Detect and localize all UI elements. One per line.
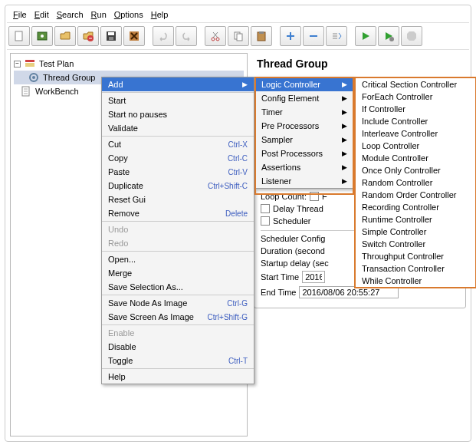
- ctx-toggle[interactable]: ToggleCtrl-T: [102, 354, 254, 367]
- ctx-merge[interactable]: Merge: [102, 266, 254, 280]
- loop-forever-checkbox[interactable]: [310, 192, 319, 201]
- svg-point-14: [389, 37, 394, 41]
- ctrl-include-controller[interactable]: Include Controller: [356, 115, 475, 127]
- templates-button[interactable]: [31, 26, 53, 46]
- ctrl-random-order-controller[interactable]: Random Order Controller: [356, 189, 475, 201]
- add-submenu: Logic Controller▶Config Element▶Timer▶Pr…: [254, 77, 354, 189]
- ctx-remove[interactable]: RemoveDelete: [102, 206, 254, 220]
- ctx-help[interactable]: Help: [102, 370, 254, 384]
- sub-config-element[interactable]: Config Element▶: [255, 91, 353, 105]
- collapse-icon[interactable]: −: [14, 61, 21, 68]
- svg-rect-0: [15, 31, 22, 41]
- menu-help[interactable]: Help: [148, 8, 172, 21]
- svg-point-9: [216, 38, 219, 41]
- ctrl-if-controller[interactable]: If Controller: [356, 103, 475, 115]
- svg-rect-16: [25, 63, 34, 67]
- sub-listener[interactable]: Listener▶: [255, 174, 353, 188]
- expand-button[interactable]: [280, 26, 301, 46]
- ctrl-switch-controller[interactable]: Switch Controller: [356, 238, 475, 250]
- ctrl-critical-section-controller[interactable]: Critical Section Controller: [356, 78, 475, 91]
- new-button[interactable]: [8, 26, 30, 46]
- copy-button[interactable]: [228, 26, 249, 46]
- gear-icon: [28, 71, 40, 84]
- collapse-button[interactable]: [303, 26, 324, 46]
- svg-rect-6: [109, 37, 113, 40]
- paste-button[interactable]: [251, 26, 272, 46]
- sub-assertions[interactable]: Assertions▶: [255, 160, 353, 174]
- toggle-button[interactable]: [326, 26, 347, 46]
- ctx-undo: Undo: [102, 222, 254, 236]
- scheduler-label: Scheduler: [273, 216, 311, 226]
- ctx-duplicate[interactable]: DuplicateCtrl+Shift-C: [102, 179, 254, 193]
- menu-options[interactable]: Options: [111, 8, 146, 21]
- ctrl-loop-controller[interactable]: Loop Controller: [356, 140, 475, 152]
- sub-sampler[interactable]: Sampler▶: [255, 133, 353, 147]
- ctrl-transaction-controller[interactable]: Transaction Controller: [356, 262, 475, 275]
- ctrl-runtime-controller[interactable]: Runtime Controller: [356, 213, 475, 226]
- svg-rect-15: [25, 60, 34, 62]
- testplan-icon: [24, 58, 36, 70]
- ctrl-foreach-controller[interactable]: ForEach Controller: [356, 91, 475, 103]
- ctrl-interleave-controller[interactable]: Interleave Controller: [356, 127, 475, 140]
- ctrl-throughput-controller[interactable]: Throughput Controller: [356, 250, 475, 262]
- ctx-start[interactable]: Start: [102, 94, 254, 107]
- ctx-redo: Redo: [102, 236, 254, 250]
- run-nopauses-button[interactable]: [378, 26, 399, 46]
- menu-file[interactable]: File: [10, 8, 30, 21]
- save-button[interactable]: [100, 26, 122, 46]
- ctrl-recording-controller[interactable]: Recording Controller: [356, 201, 475, 213]
- context-menu: Add▶StartStart no pausesValidateCutCtrl-…: [101, 77, 254, 384]
- delay-thread-checkbox[interactable]: [261, 204, 270, 213]
- close-button[interactable]: [77, 26, 99, 46]
- tree-workbench-label: WorkBench: [35, 87, 79, 96]
- svg-rect-11: [237, 34, 242, 41]
- tree-root[interactable]: − Test Plan: [14, 57, 244, 71]
- toolbar: [7, 22, 469, 49]
- open-button[interactable]: [54, 26, 76, 46]
- sub-logic-controller[interactable]: Logic Controller▶: [255, 77, 353, 91]
- ctx-save-screen-as-image[interactable]: Save Screen As ImageCtrl+Shift-G: [102, 310, 254, 324]
- save-all-button[interactable]: [123, 26, 145, 46]
- start-time-input[interactable]: [302, 271, 325, 283]
- cut-button[interactable]: [205, 26, 226, 46]
- start-time-label: Start Time: [261, 272, 299, 282]
- svg-point-2: [41, 35, 44, 38]
- menu-search[interactable]: Search: [54, 8, 87, 21]
- svg-rect-5: [108, 32, 114, 35]
- svg-point-18: [32, 76, 35, 79]
- undo-button[interactable]: [153, 26, 174, 46]
- tree-threadgroup-label: Thread Group: [43, 73, 95, 82]
- ctx-save-node-as-image[interactable]: Save Node As ImageCtrl-G: [102, 296, 254, 310]
- run-button[interactable]: [355, 26, 376, 46]
- ctx-cut[interactable]: CutCtrl-X: [102, 137, 254, 151]
- sub-post-processors[interactable]: Post Processors▶: [255, 147, 353, 160]
- loop-count-label: Loop Count:: [261, 192, 307, 201]
- end-time-label: End Time: [261, 288, 296, 297]
- redo-button[interactable]: [176, 26, 197, 46]
- startup-delay-label: Startup delay (sec: [261, 259, 329, 268]
- ctx-open-[interactable]: Open...: [102, 252, 254, 266]
- svg-point-8: [212, 38, 215, 41]
- ctx-copy[interactable]: CopyCtrl-C: [102, 151, 254, 165]
- ctrl-simple-controller[interactable]: Simple Controller: [356, 226, 475, 238]
- sub-timer[interactable]: Timer▶: [255, 105, 353, 119]
- sub-pre-processors[interactable]: Pre Processors▶: [255, 119, 353, 133]
- stop-button[interactable]: [401, 26, 422, 46]
- ctrl-while-controller[interactable]: While Controller: [356, 275, 475, 287]
- ctx-paste[interactable]: PasteCtrl-V: [102, 165, 254, 179]
- ctx-save-selection-as-[interactable]: Save Selection As...: [102, 280, 254, 294]
- ctx-reset-gui[interactable]: Reset Gui: [102, 193, 254, 206]
- duration-label: Duration (second: [261, 246, 325, 255]
- ctrl-random-controller[interactable]: Random Controller: [356, 176, 475, 189]
- scheduler-checkbox[interactable]: [261, 216, 270, 226]
- panel-title: Thread Group: [254, 53, 466, 74]
- ctx-enable: Enable: [102, 326, 254, 340]
- ctx-disable[interactable]: Disable: [102, 340, 254, 354]
- menu-run[interactable]: Run: [88, 8, 110, 21]
- ctrl-once-only-controller[interactable]: Once Only Controller: [356, 164, 475, 176]
- menu-edit[interactable]: Edit: [31, 8, 52, 21]
- ctrl-module-controller[interactable]: Module Controller: [356, 152, 475, 164]
- ctx-add[interactable]: Add▶: [102, 77, 254, 91]
- ctx-validate[interactable]: Validate: [102, 121, 254, 135]
- ctx-start-no-pauses[interactable]: Start no pauses: [102, 107, 254, 121]
